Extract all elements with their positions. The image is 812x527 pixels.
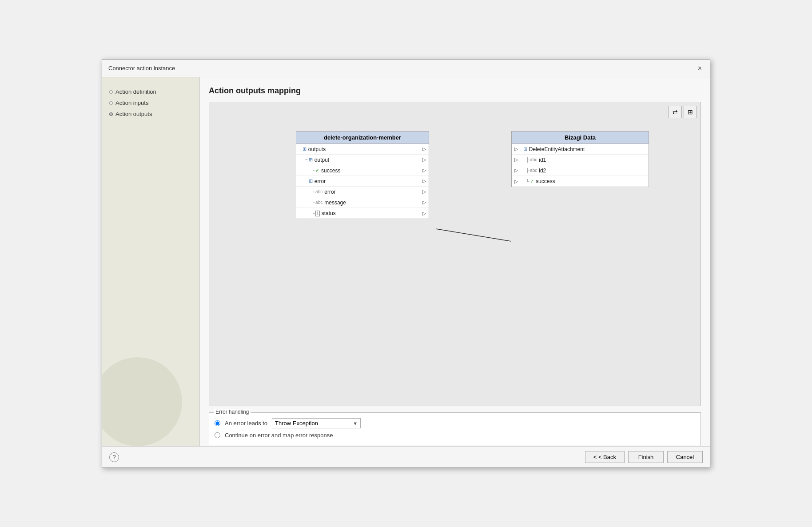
dashed-line-icon: └ <box>526 179 529 184</box>
tree-row: ▷ └ ✓ success <box>512 176 649 187</box>
tree-row-label: success <box>536 178 555 184</box>
sidebar-label-action-outputs: Action outputs <box>115 111 152 117</box>
sidebar-item-action-definition[interactable]: Action definition <box>107 86 195 97</box>
arrow-right-icon: ▷ <box>422 168 426 173</box>
dialog-footer: ? < < Back Finish Cancel <box>102 446 710 467</box>
grid-icon: ⊞ <box>309 178 313 184</box>
left-tree-box: delete-organization-member − ⊞ outputs ▷… <box>296 131 429 219</box>
sidebar-dot-action-definition <box>109 90 113 94</box>
dashed-line-icon: ├ <box>526 168 529 173</box>
dialog-title-bar: Connector action instance × <box>102 60 710 77</box>
num-icon: 1 <box>315 211 320 216</box>
sidebar-item-action-outputs[interactable]: Action outputs <box>107 108 195 120</box>
tree-row-label: error <box>314 178 326 184</box>
grid-icon: ⊞ <box>309 157 313 163</box>
tree-row-label: success <box>321 168 340 174</box>
expand-icon[interactable]: − <box>305 179 308 184</box>
arrow-left-icon: ▷ <box>514 146 518 152</box>
sidebar-dot-action-outputs <box>109 112 113 116</box>
tree-row-label: DeleteEntityAttachment <box>529 146 585 152</box>
arrow-right-icon: ▷ <box>422 157 426 163</box>
help-button[interactable]: ? <box>109 452 119 462</box>
left-box-header: delete-organization-member <box>296 132 429 144</box>
expand-icon[interactable]: − <box>520 147 522 152</box>
sidebar-label-action-definition: Action definition <box>115 88 156 95</box>
abc-icon: abc <box>530 168 537 173</box>
svg-line-0 <box>436 229 511 241</box>
arrow-right-icon: ▷ <box>422 178 426 184</box>
error-handling-section: Error handling An error leads to Throw E… <box>209 412 701 446</box>
tree-row-label: outputs <box>308 146 326 152</box>
tree-row: ├ abc error ▷ <box>296 187 429 197</box>
arrow-left-icon: ▷ <box>514 168 518 173</box>
dropdown-arrow-icon: ▼ <box>353 421 358 426</box>
arrow-left-icon: ▷ <box>514 157 518 163</box>
tree-row-label: status <box>322 210 336 216</box>
check-icon: ✓ <box>530 179 534 184</box>
tree-row-label: message <box>324 200 346 206</box>
close-button[interactable]: × <box>696 64 704 72</box>
main-content: Action outputs mapping ⇄ ⊞ <box>200 77 710 446</box>
tree-row: └ ✓ success ▷ <box>296 165 429 176</box>
footer-buttons: < < Back Finish Cancel <box>585 451 703 463</box>
tree-row: ▷ − ⊞ DeleteEntityAttachment <box>512 144 649 155</box>
page-title: Action outputs mapping <box>209 86 701 96</box>
tree-row-label: error <box>324 189 335 195</box>
check-icon: ✓ <box>315 168 319 173</box>
tree-row: ▷ ├ abc id2 <box>512 165 649 176</box>
tree-row: ▷ ├ abc id1 <box>512 155 649 165</box>
error-row-option1: An error leads to Throw Exception ▼ <box>215 418 692 428</box>
error-option1-radio[interactable] <box>215 420 220 426</box>
abc-icon: abc <box>315 189 322 194</box>
tree-row: └ 1 status ▷ <box>296 208 429 219</box>
connector-action-dialog: Connector action instance × Action defin… <box>102 59 710 468</box>
error-row-option2: Continue on error and map error response <box>215 432 692 439</box>
mapping-area: ⇄ ⊞ delete-organization-member <box>209 102 701 406</box>
tree-row-label: id2 <box>539 168 546 174</box>
expand-icon[interactable]: − <box>305 157 308 162</box>
dialog-title: Connector action instance <box>108 65 175 72</box>
tree-row: − ⊞ outputs ▷ <box>296 144 429 155</box>
arrow-right-icon: ▷ <box>422 189 426 195</box>
abc-icon: abc <box>530 157 537 162</box>
tree-row-label: id1 <box>539 157 546 163</box>
sidebar: Action definition Action inputs Action o… <box>102 77 200 446</box>
finish-button[interactable]: Finish <box>628 451 664 463</box>
arrow-right-icon: ▷ <box>422 146 426 152</box>
error-option2-radio[interactable] <box>215 432 220 438</box>
arrow-right-icon: ▷ <box>422 200 426 205</box>
dialog-body: Action definition Action inputs Action o… <box>102 77 710 446</box>
sidebar-label-action-inputs: Action inputs <box>115 100 148 106</box>
dashed-line-icon: └ <box>311 168 314 173</box>
sidebar-dot-action-inputs <box>109 101 113 105</box>
dashed-line-icon: └ <box>311 211 314 216</box>
grid-icon: ⊞ <box>523 146 527 152</box>
dropdown-value: Throw Exception <box>275 420 318 427</box>
mapping-canvas: delete-organization-member − ⊞ outputs ▷… <box>209 102 701 406</box>
arrow-right-icon: ▷ <box>422 211 426 216</box>
cancel-button[interactable]: Cancel <box>667 451 703 463</box>
dashed-line-icon: ├ <box>526 157 529 162</box>
throw-exception-dropdown[interactable]: Throw Exception ▼ <box>272 418 361 428</box>
abc-icon: abc <box>315 200 322 205</box>
error-option1-label: An error leads to <box>225 420 267 427</box>
tree-row: − ⊞ output ▷ <box>296 155 429 165</box>
right-tree-box: Bizagi Data ▷ − ⊞ DeleteEntityAttachment… <box>511 131 649 187</box>
dashed-line-icon: ├ <box>311 200 314 205</box>
error-handling-legend: Error handling <box>214 409 251 415</box>
right-box-header: Bizagi Data <box>512 132 649 144</box>
tree-row-label: output <box>314 157 329 163</box>
sidebar-item-action-inputs[interactable]: Action inputs <box>107 97 195 108</box>
arrow-left-icon: ▷ <box>514 179 518 184</box>
grid-icon: ⊞ <box>303 146 306 152</box>
tree-row: − ⊞ error ▷ <box>296 176 429 187</box>
tree-row: ├ abc message ▷ <box>296 197 429 208</box>
expand-icon[interactable]: − <box>299 147 302 152</box>
error-option2-label: Continue on error and map error response <box>225 432 333 439</box>
back-button[interactable]: < < Back <box>585 451 625 463</box>
dashed-line-icon: ├ <box>311 189 314 194</box>
